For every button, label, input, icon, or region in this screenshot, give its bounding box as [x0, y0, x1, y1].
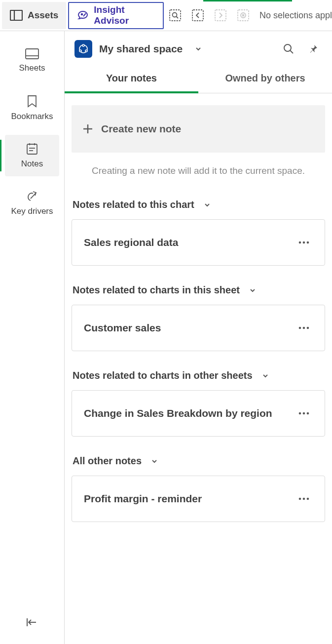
assets-label: Assets: [28, 10, 58, 21]
svg-point-22: [284, 44, 291, 51]
topbar-accent-strip: [203, 0, 292, 1]
svg-point-19: [82, 44, 84, 46]
notes-icon: [26, 142, 38, 155]
left-sidebar: Sheets Bookmarks Notes: [0, 31, 65, 644]
top-toolbar: Assets Insight Advisor: [0, 0, 332, 31]
note-title: Change in Sales Breakdown by region: [84, 407, 272, 419]
insight-advisor-button[interactable]: Insight Advisor: [68, 2, 164, 29]
svg-rect-0: [10, 10, 22, 20]
tab-owned-by-others[interactable]: Owned by others: [198, 63, 332, 93]
chevron-down-icon: [203, 201, 211, 209]
svg-point-37: [307, 498, 309, 500]
main-area: Sheets Bookmarks Notes: [0, 31, 332, 644]
sidebar-item-label: Sheets: [19, 63, 45, 73]
create-note-button[interactable]: Create new note: [72, 105, 325, 153]
note-more-button[interactable]: [295, 494, 313, 504]
bookmark-icon: [27, 95, 37, 108]
chevron-down-icon: [249, 286, 257, 294]
smart-search-button[interactable]: [164, 2, 186, 29]
svg-rect-10: [26, 49, 38, 59]
sidebar-item-sheets[interactable]: Sheets: [5, 40, 59, 81]
assets-button[interactable]: Assets: [2, 2, 66, 29]
svg-point-35: [299, 498, 301, 500]
sidebar-item-notes[interactable]: Notes: [5, 135, 59, 176]
tab-label: Owned by others: [225, 73, 305, 83]
svg-line-5: [177, 17, 179, 19]
sidebar-item-bookmarks[interactable]: Bookmarks: [5, 87, 59, 129]
note-title: Sales regional data: [84, 237, 178, 248]
note-more-button[interactable]: [295, 408, 313, 418]
svg-point-29: [299, 327, 301, 329]
section-heading-label: All other notes: [73, 455, 142, 467]
note-title: Customer sales: [84, 322, 161, 334]
panels-icon: [10, 10, 23, 21]
svg-point-20: [79, 50, 81, 52]
svg-rect-7: [215, 10, 226, 21]
space-dropdown-button[interactable]: [189, 40, 207, 58]
section-heading-this-sheet[interactable]: Notes related to charts in this sheet: [72, 280, 325, 305]
sidebar-item-label: Key drivers: [11, 206, 53, 216]
chevron-down-icon: [150, 457, 158, 465]
section-heading-label: Notes related to charts in this sheet: [73, 284, 240, 296]
create-note-label: Create new note: [101, 123, 181, 135]
space-name: My shared space: [99, 43, 183, 55]
section-heading-label: Notes related to this chart: [73, 199, 194, 210]
svg-point-32: [299, 412, 301, 415]
space-icon: [74, 40, 92, 58]
svg-point-2: [81, 13, 83, 16]
section-heading-other-sheets[interactable]: Notes related to charts in other sheets: [72, 365, 325, 390]
pin-panel-button[interactable]: [304, 40, 322, 58]
plus-icon: [82, 123, 93, 134]
svg-line-23: [290, 50, 293, 53]
step-back-button[interactable]: [186, 2, 209, 29]
insight-advisor-label: Insight Advisor: [94, 4, 155, 26]
notes-tabs: Your notes Owned by others: [65, 63, 332, 93]
svg-point-34: [307, 412, 309, 415]
note-card[interactable]: Sales regional data: [72, 219, 325, 266]
sidebar-item-label: Bookmarks: [11, 112, 53, 121]
panel-body: Create new note Creating a new note will…: [65, 93, 332, 548]
tab-your-notes[interactable]: Your notes: [65, 63, 198, 93]
sidebar-item-key-drivers[interactable]: Key drivers: [5, 182, 59, 224]
collapse-sidebar-button[interactable]: [20, 610, 44, 634]
note-card[interactable]: Change in Sales Breakdown by region: [72, 390, 325, 437]
section-heading-this-chart[interactable]: Notes related to this chart: [72, 194, 325, 219]
note-more-button[interactable]: [295, 238, 313, 247]
svg-point-33: [303, 412, 305, 415]
svg-point-31: [307, 327, 309, 329]
sheet-icon: [25, 48, 39, 59]
section-heading-all-other[interactable]: All other notes: [72, 450, 325, 476]
clear-selections-button: [232, 2, 255, 29]
svg-rect-6: [192, 10, 203, 21]
notes-panel: My shared space Your notes Owned by: [65, 31, 332, 644]
svg-rect-12: [27, 144, 37, 154]
note-title: Profit margin - reminder: [84, 493, 202, 505]
note-more-button[interactable]: [295, 323, 313, 333]
insight-advisor-icon: [77, 10, 89, 20]
section-heading-label: Notes related to charts in other sheets: [73, 370, 253, 381]
tab-label: Your notes: [106, 73, 157, 83]
chevron-down-icon: [261, 372, 269, 380]
create-note-hint: Creating a new note will add it to the c…: [72, 153, 325, 194]
svg-point-28: [307, 242, 309, 244]
step-forward-button: [209, 2, 232, 29]
selections-status-text: No selections appl: [259, 10, 332, 21]
key-drivers-icon: [26, 190, 38, 202]
note-card[interactable]: Profit margin - reminder: [72, 476, 325, 522]
note-card[interactable]: Customer sales: [72, 305, 325, 351]
svg-point-21: [85, 50, 87, 52]
svg-point-30: [303, 327, 305, 329]
svg-point-26: [299, 242, 301, 244]
sidebar-item-label: Notes: [21, 159, 43, 169]
svg-point-27: [303, 242, 305, 244]
svg-rect-3: [170, 10, 181, 21]
svg-point-36: [303, 498, 305, 500]
search-notes-button[interactable]: [280, 40, 297, 58]
svg-point-4: [173, 13, 177, 17]
panel-header: My shared space: [65, 31, 332, 63]
